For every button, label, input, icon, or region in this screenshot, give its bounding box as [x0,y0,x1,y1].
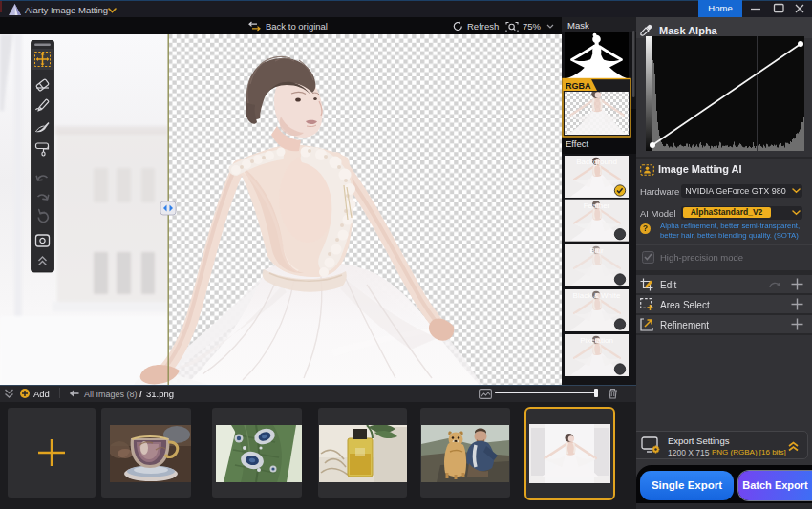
svg-text:Effect: Effect [566,138,588,149]
svg-text:Feather: Feather [584,201,610,210]
svg-text:Blur: Blur [589,246,604,255]
svg-text:Black & White: Black & White [573,291,621,300]
svg-text:RGBA: RGBA [566,81,591,91]
svg-text:Pixelation: Pixelation [580,336,613,345]
svg-text:Background: Background [576,158,617,166]
